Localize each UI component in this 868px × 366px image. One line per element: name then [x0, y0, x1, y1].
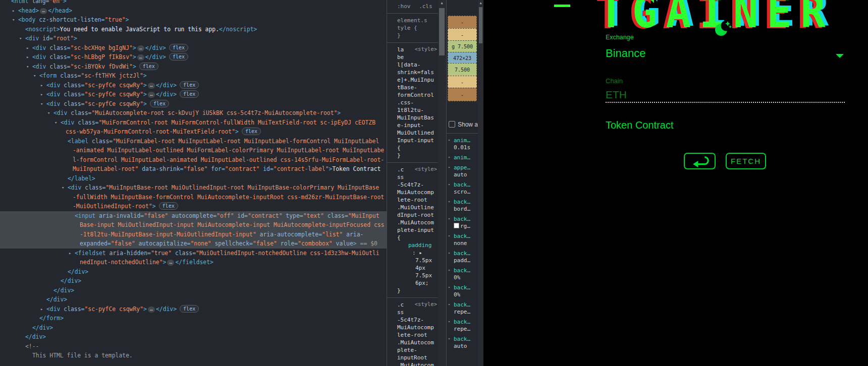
- computed-property[interactable]: ▸back…auto: [447, 336, 478, 350]
- expand-arrow-icon[interactable]: ▸: [448, 285, 451, 289]
- box-model-padding[interactable]: 7.500: [448, 63, 477, 76]
- css-rule-line[interactable]: Input-input: [397, 137, 438, 144]
- expand-arrow-icon[interactable]: ▾: [47, 108, 50, 118]
- dom-node-line[interactable]: <input aria-invalid="false" autocomplete…: [0, 211, 387, 221]
- expand-arrow-icon[interactable]: ▸: [448, 155, 451, 159]
- css-rule-line[interactable]: formControl: [397, 91, 438, 99]
- css-rule-line[interactable]: 7.5px: [397, 257, 438, 264]
- expand-arrow-icon[interactable]: ▸: [448, 233, 451, 238]
- expand-arrow-icon[interactable]: ▸: [448, 251, 451, 255]
- expand-arrow-icon[interactable]: ▸: [40, 304, 43, 314]
- expand-arrow-icon[interactable]: ▾: [40, 99, 43, 109]
- css-rule-line[interactable]: MuiInputBas: [397, 114, 438, 121]
- css-rule-line[interactable]: 1t8l2tu-: [397, 106, 438, 114]
- dom-node-line[interactable]: ▾<body cz-shortcut-listen="true">: [0, 15, 387, 25]
- flex-badge[interactable]: flex: [169, 53, 188, 60]
- expand-arrow-icon[interactable]: ▾: [62, 183, 64, 193]
- css-rule-line[interactable]: ss: [397, 309, 438, 316]
- computed-property[interactable]: ▸back…rg…: [447, 216, 478, 230]
- dom-node-line[interactable]: ▾<div class="sc-pyfCe csqwRy">flex: [0, 99, 387, 109]
- css-rule-line[interactable]: }: [397, 152, 438, 159]
- dom-node-line[interactable]: ▾<form class="sc-ftTHYK jctzJl">: [0, 71, 387, 81]
- css-rule-line[interactable]: .MuiAutocom: [397, 219, 438, 226]
- ellipsis-expander[interactable]: …: [148, 307, 155, 313]
- ellipsis-expander[interactable]: …: [40, 8, 47, 14]
- expand-arrow-icon[interactable]: ▸: [26, 43, 29, 53]
- flex-badge[interactable]: flex: [180, 81, 199, 89]
- dom-node-line[interactable]: ▸<div class="sc-pyfCe csqwRy">…</div>fle…: [0, 90, 387, 99]
- flex-badge[interactable]: flex: [159, 202, 178, 210]
- computed-property[interactable]: ▸back…0%: [447, 284, 478, 298]
- css-rule-line[interactable]: -5c4t7z-: [397, 316, 438, 324]
- dom-node-line[interactable]: l-formControl MuiInputLabel-animated Mui…: [0, 155, 387, 165]
- computed-property[interactable]: ▸back…repe…: [447, 319, 478, 333]
- dom-node-line[interactable]: <html lang="en">: [0, 0, 387, 6]
- expand-arrow-icon[interactable]: ▸: [448, 216, 451, 221]
- css-rule-line[interactable]: lete-root: [397, 196, 438, 204]
- flex-badge[interactable]: flex: [180, 305, 199, 313]
- stylesheet-link[interactable]: <style>: [415, 46, 437, 52]
- return-button[interactable]: [684, 153, 716, 169]
- css-rule-line[interactable]: MuiAutocomp: [397, 324, 438, 331]
- dom-node-line[interactable]: ▾<div class="sc-iBYQkv fDvdWi">flex: [0, 62, 387, 72]
- css-rule-line[interactable]: tBase-: [397, 84, 438, 91]
- expand-arrow-icon[interactable]: ▸: [448, 268, 451, 272]
- css-rule[interactable]: <style>.css-5c4t7z-MuiAutocomplete-root.…: [387, 163, 439, 298]
- css-rule-line[interactable]: -5c4t7z-: [397, 181, 438, 189]
- css-rule-line[interactable]: be: [397, 53, 438, 61]
- fetch-button[interactable]: FETCH: [726, 153, 766, 169]
- dom-node-line[interactable]: <noscript>You need to enable JavaScript …: [0, 25, 387, 34]
- dom-node-line[interactable]: <label class="MuiFormLabel-root MuiInput…: [0, 137, 387, 146]
- expand-arrow-icon[interactable]: ▸: [12, 6, 15, 16]
- dom-node-line[interactable]: ▸<div class="sc-pyfCe csqwRy">…</div>fle…: [0, 304, 387, 314]
- expand-arrow-icon[interactable]: ▸: [448, 319, 451, 324]
- dom-node-line[interactable]: ▸<div class="sc-hLBbgP fIkBsv">…</div>fl…: [0, 52, 387, 62]
- ellipsis-expander[interactable]: …: [167, 260, 174, 266]
- dom-node-line[interactable]: ▸<div class="sc-pyfCe csqwRy">…</div>fle…: [0, 81, 387, 90]
- box-model-border[interactable]: -: [448, 28, 477, 41]
- expand-arrow-icon[interactable]: ▸: [448, 199, 451, 204]
- box-model-diagram[interactable]: --g 7.500472×237.500--: [448, 16, 477, 101]
- computed-property[interactable]: ▸anim…0.01s: [447, 137, 478, 151]
- css-rule-line[interactable]: inputRoot: [397, 354, 438, 361]
- dom-node-line[interactable]: </div>: [0, 267, 387, 277]
- toggle-hover-state-button[interactable]: :hov: [397, 3, 411, 10]
- dom-node-line[interactable]: MuiInputLabel-root" data-shrink="false" …: [0, 164, 387, 174]
- box-model-border[interactable]: -: [448, 76, 477, 88]
- css-rule-line[interactable]: lete-root: [397, 331, 438, 339]
- box-model-content[interactable]: 472×23: [448, 52, 477, 64]
- dom-node-line[interactable]: Base-input MuiOutlinedInput-input MuiAut…: [0, 220, 387, 230]
- css-rule-line[interactable]: ss: [397, 173, 438, 181]
- show-all-checkbox[interactable]: [449, 121, 455, 128]
- expand-arrow-icon[interactable]: ▸: [448, 302, 451, 307]
- dom-node-line[interactable]: </div>: [0, 323, 387, 333]
- expand-arrow-icon[interactable]: ▸: [448, 138, 451, 142]
- css-rule-line[interactable]: 6px;: [397, 279, 438, 287]
- css-rule-line[interactable]: dInput-root: [397, 211, 438, 219]
- flex-badge[interactable]: flex: [150, 100, 169, 107]
- dom-node-line[interactable]: </div>: [0, 286, 387, 295]
- toggle-class-button[interactable]: .cls: [419, 3, 432, 10]
- dom-node-line[interactable]: ▾<div id="root">: [0, 34, 387, 43]
- styles-scrollbar[interactable]: ▲: [438, 0, 446, 366]
- dom-node-line[interactable]: -animated MuiInputLabel-outlined MuiForm…: [0, 146, 387, 155]
- dom-node-line[interactable]: </div>: [0, 295, 387, 304]
- css-rule-line[interactable]: shrink=fals: [397, 69, 438, 76]
- flex-badge[interactable]: flex: [169, 44, 188, 51]
- dom-node-line[interactable]: ▾<div class="MuiInputBase-root MuiOutlin…: [0, 183, 387, 193]
- css-rule-line[interactable]: {: [397, 234, 438, 241]
- dom-node-line[interactable]: -1t8l2tu-MuiInputBase-input-MuiOutlinedI…: [0, 230, 387, 239]
- theme-toggle-button[interactable]: [715, 20, 732, 37]
- css-rule-line[interactable]: MuiAutocomp: [397, 189, 438, 196]
- css-rule[interactable]: <style>label[data-shrink=false]+.MuiInpu…: [387, 43, 439, 163]
- box-model-margin[interactable]: -: [448, 16, 477, 29]
- css-rule[interactable]: <style>.css-5c4t7z-MuiAutocomplete-root.…: [387, 298, 439, 366]
- css-rule-line[interactable]: plete-: [397, 346, 438, 354]
- computed-scrollbar-thumb[interactable]: [479, 7, 482, 43]
- flex-badge[interactable]: flex: [242, 128, 261, 135]
- css-rule-line[interactable]: .MuiAutocom: [397, 339, 438, 346]
- computed-property[interactable]: ▸back…none: [447, 233, 478, 247]
- scroll-up-icon[interactable]: ▲: [478, 1, 483, 5]
- computed-property[interactable]: ▸back…repe…: [447, 301, 478, 316]
- css-rule-line[interactable]: .MuiAutocom: [397, 361, 438, 366]
